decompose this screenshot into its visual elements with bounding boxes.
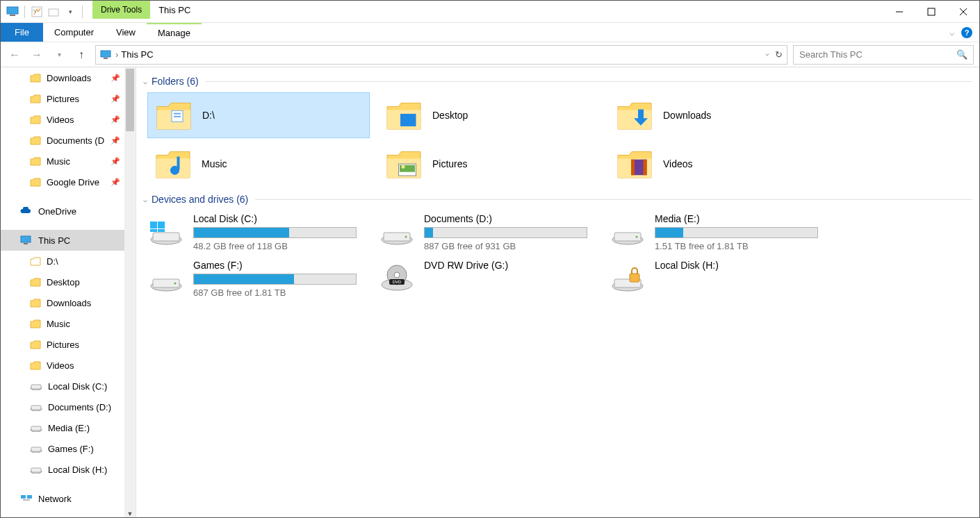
tree-thispc-child[interactable]: Documents (D:): [1, 396, 136, 417]
drive-item[interactable]: Media (E:)1.51 TB free of 1.81 TB: [609, 213, 831, 251]
drive-name: Local Disk (H:): [655, 260, 831, 271]
address-bar[interactable]: › This PC ⌵ ↻: [95, 45, 787, 65]
svg-rect-5: [928, 8, 935, 15]
svg-rect-3: [49, 9, 58, 16]
tree-thispc-child[interactable]: Music: [1, 313, 136, 334]
svg-rect-38: [150, 222, 157, 228]
titlebar: ▾ Drive Tools This PC: [1, 1, 979, 23]
folder-item[interactable]: Music: [147, 141, 370, 187]
tree-scrollbar[interactable]: ▼: [124, 67, 136, 517]
drive-icon: [378, 213, 416, 245]
drive-item[interactable]: Local Disk (H:): [609, 260, 831, 298]
folder-label: Desktop: [432, 110, 468, 121]
navigation-tree[interactable]: Downloads📌Pictures📌Videos📌Documents (D📌M…: [1, 67, 136, 517]
folder-item[interactable]: D:\: [147, 92, 370, 138]
tree-quick-item[interactable]: Pictures📌: [1, 88, 136, 109]
back-button[interactable]: ←: [6, 49, 23, 61]
svg-rect-35: [644, 160, 647, 176]
folder-icon: [616, 145, 653, 183]
tree-quick-item[interactable]: Videos📌: [1, 109, 136, 130]
tree-quick-item[interactable]: Music📌: [1, 151, 136, 172]
drive-free-text: 1.51 TB free of 1.81 TB: [655, 241, 831, 251]
close-button[interactable]: [947, 1, 979, 22]
maximize-button[interactable]: [915, 1, 947, 22]
recent-dropdown[interactable]: ▾: [51, 51, 67, 58]
computer-tab[interactable]: Computer: [43, 23, 105, 42]
tree-network[interactable]: Network: [1, 488, 136, 509]
chevron-down-icon[interactable]: ⌵: [143, 78, 147, 85]
folder-item[interactable]: Desktop: [378, 92, 601, 138]
tree-thispc-child[interactable]: Games (F:): [1, 438, 136, 459]
folder-item[interactable]: Pictures: [378, 141, 601, 187]
drive-icon: [147, 213, 185, 245]
tree-quick-item[interactable]: Downloads📌: [1, 67, 136, 88]
tree-item-icon: [30, 73, 41, 83]
window-title: This PC: [150, 1, 199, 22]
tree-thispc-child[interactable]: Videos: [1, 355, 136, 376]
capacity-bar: [193, 274, 357, 285]
drive-item[interactable]: Local Disk (C:)48.2 GB free of 118 GB: [147, 213, 370, 251]
minimize-button[interactable]: [883, 1, 915, 22]
tree-onedrive[interactable]: OneDrive: [1, 201, 136, 222]
tree-item-label: Videos: [47, 115, 74, 125]
ribbon: File Computer View Manage ⌵ ?: [1, 23, 979, 42]
tree-thispc-child[interactable]: Local Disk (C:): [1, 376, 136, 396]
scroll-down-icon[interactable]: ▼: [124, 510, 136, 517]
breadcrumb-separator[interactable]: ›: [115, 49, 118, 60]
properties-icon[interactable]: [29, 4, 44, 19]
up-button[interactable]: ↑: [73, 49, 90, 61]
tree-thispc-child[interactable]: Downloads: [1, 292, 136, 313]
tree-thispc-child[interactable]: Desktop: [1, 271, 136, 292]
folder-label: Pictures: [432, 158, 468, 169]
tree-this-pc[interactable]: This PC: [1, 230, 136, 251]
search-input[interactable]: Search This PC 🔍: [793, 45, 974, 65]
drive-item[interactable]: Games (F:)687 GB free of 1.81 TB: [147, 260, 370, 298]
svg-point-44: [405, 236, 407, 238]
svg-rect-26: [174, 113, 181, 115]
tree-item-label: Media (E:): [48, 423, 90, 433]
new-folder-icon[interactable]: [46, 4, 61, 19]
tree-item-icon: [30, 94, 41, 103]
drive-item[interactable]: DVDDVD RW Drive (G:): [378, 260, 601, 298]
svg-rect-11: [24, 243, 28, 244]
ribbon-expand-icon[interactable]: ⌵: [949, 28, 954, 37]
file-tab[interactable]: File: [1, 23, 43, 42]
drive-tools-tab[interactable]: Drive Tools: [92, 1, 150, 19]
tree-item-icon: [30, 424, 42, 432]
group-header-drives[interactable]: ⌵ Devices and drives (6): [136, 194, 979, 209]
svg-rect-37: [153, 233, 179, 241]
tree-quick-item[interactable]: Google Drive📌: [1, 172, 136, 192]
tree-item-icon: [30, 298, 41, 308]
view-tab[interactable]: View: [105, 23, 147, 42]
tree-thispc-child[interactable]: Pictures: [1, 334, 136, 355]
search-icon[interactable]: 🔍: [956, 49, 967, 60]
address-dropdown-icon[interactable]: ⌵: [765, 49, 769, 60]
tree-item-label: Pictures: [47, 94, 79, 104]
folder-item[interactable]: Downloads: [609, 92, 831, 138]
scrollbar-thumb[interactable]: [126, 69, 134, 131]
qat-dropdown-icon[interactable]: ▾: [63, 4, 78, 19]
refresh-icon[interactable]: ↻: [775, 49, 783, 60]
manage-tab[interactable]: Manage: [147, 23, 202, 42]
tree-thispc-child[interactable]: Media (E:): [1, 417, 136, 438]
tree-thispc-child[interactable]: Local Disk (H:): [1, 459, 136, 480]
tree-item-icon: [30, 444, 42, 453]
folder-item[interactable]: Videos: [609, 141, 831, 187]
drive-icon: [609, 213, 646, 245]
group-header-folders[interactable]: ⌵ Folders (6): [136, 76, 979, 91]
tree-quick-item[interactable]: Documents (D📌: [1, 130, 136, 151]
breadcrumb-location[interactable]: This PC: [121, 49, 153, 60]
forward-button[interactable]: →: [28, 49, 45, 61]
tree-item-label: This PC: [38, 235, 70, 246]
drive-item[interactable]: Documents (D:)887 GB free of 931 GB: [378, 213, 601, 251]
tree-item-icon: [20, 207, 33, 215]
drive-free-text: 48.2 GB free of 118 GB: [193, 241, 370, 251]
drive-name: Games (F:): [193, 260, 370, 271]
help-icon[interactable]: ?: [961, 27, 972, 38]
tree-thispc-child[interactable]: D:\: [1, 251, 136, 271]
content-area[interactable]: ⌵ Folders (6) D:\DesktopDownloadsMusicPi…: [136, 67, 979, 517]
pc-icon[interactable]: [5, 4, 20, 19]
chevron-down-icon[interactable]: ⌵: [143, 196, 147, 203]
folder-icon: [385, 97, 423, 134]
tree-item-icon: [30, 465, 42, 474]
